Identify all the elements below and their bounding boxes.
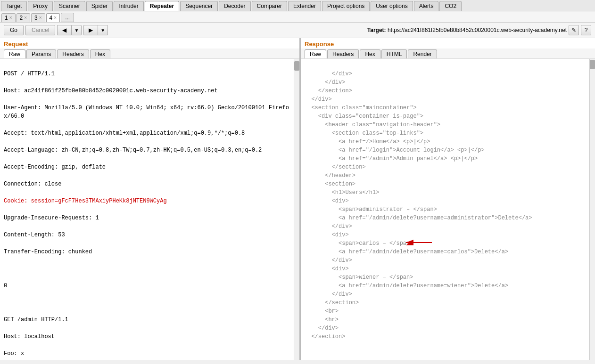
response-tab-bar: Raw Headers Hex HTML Render bbox=[301, 49, 595, 59]
response-tab-headers[interactable]: Headers bbox=[327, 49, 359, 58]
close-tab-4-icon[interactable]: × bbox=[54, 15, 57, 20]
forward-button[interactable]: ▶ bbox=[83, 25, 98, 35]
request-tab-bar: Raw Params Headers Hex bbox=[0, 49, 299, 59]
tab-project-options[interactable]: Project options bbox=[322, 1, 370, 11]
close-tab-2-icon[interactable]: × bbox=[24, 15, 27, 20]
request-tab-hex[interactable]: Hex bbox=[90, 49, 110, 58]
tab-intruder[interactable]: Intruder bbox=[114, 1, 143, 11]
tab-decoder[interactable]: Decoder bbox=[219, 1, 250, 11]
response-tab-html[interactable]: HTML bbox=[381, 49, 407, 58]
tab-target[interactable]: Target bbox=[1, 1, 27, 11]
tab-proxy[interactable]: Proxy bbox=[28, 1, 53, 11]
tab-spider[interactable]: Spider bbox=[86, 1, 113, 11]
response-tab-raw[interactable]: Raw bbox=[305, 49, 326, 58]
num-tab-1[interactable]: 1 × bbox=[1, 13, 16, 22]
edit-target-button[interactable]: ✎ bbox=[569, 25, 579, 35]
response-tab-render[interactable]: Render bbox=[408, 49, 437, 58]
close-tab-1-icon[interactable]: × bbox=[9, 15, 12, 20]
close-tab-3-icon[interactable]: × bbox=[39, 15, 42, 20]
forward-dropdown-button[interactable]: ▼ bbox=[98, 25, 108, 35]
request-title: Request bbox=[0, 38, 299, 49]
toolbar: Go Cancel ◀ ▼ ▶ ▼ Target: https://ac241f… bbox=[0, 23, 595, 38]
response-text-wrapper: </div> </div> </section> </div> <section… bbox=[301, 59, 595, 360]
back-button-group: ◀ ▼ bbox=[57, 25, 82, 35]
tab-scanner[interactable]: Scanner bbox=[54, 1, 85, 11]
tab-user-options[interactable]: User options bbox=[371, 1, 413, 11]
back-button[interactable]: ◀ bbox=[57, 25, 71, 35]
request-tab-raw[interactable]: Raw bbox=[4, 49, 25, 58]
tab-alerts[interactable]: Alerts bbox=[414, 1, 439, 11]
request-tab-params[interactable]: Params bbox=[26, 49, 56, 58]
top-tab-bar: Target Proxy Scanner Spider Intruder Rep… bbox=[0, 0, 595, 11]
request-text-wrapper: POST / HTTP/1.1 Host: ac241f861f25fb0e80… bbox=[0, 59, 299, 360]
target-url-display: Target: https://ac241f861f25fb0e80b8452c… bbox=[367, 27, 567, 33]
back-dropdown-button[interactable]: ▼ bbox=[71, 25, 82, 35]
response-title: Response bbox=[301, 38, 595, 49]
go-button[interactable]: Go bbox=[4, 25, 24, 35]
response-panel: Response Raw Headers Hex HTML Render </d… bbox=[301, 38, 595, 360]
response-text-content[interactable]: </div> </div> </section> </div> <section… bbox=[301, 59, 589, 360]
request-text-content[interactable]: POST / HTTP/1.1 Host: ac241f861f25fb0e80… bbox=[0, 59, 294, 360]
tab-comparer[interactable]: Comparer bbox=[252, 1, 287, 11]
forward-button-group: ▶ ▼ bbox=[83, 25, 108, 35]
cancel-button[interactable]: Cancel bbox=[25, 25, 55, 35]
request-panel: Request Raw Params Headers Hex POST / HT… bbox=[0, 38, 301, 360]
main-content: Request Raw Params Headers Hex POST / HT… bbox=[0, 38, 595, 360]
request-tab-headers[interactable]: Headers bbox=[57, 49, 89, 58]
tab-sequencer[interactable]: Sequencer bbox=[180, 1, 218, 11]
num-tab-4[interactable]: 4 × bbox=[46, 13, 60, 22]
response-tab-hex[interactable]: Hex bbox=[360, 49, 380, 58]
num-tab-bar: 1 × 2 × 3 × 4 × ... bbox=[0, 11, 595, 23]
tab-extender[interactable]: Extender bbox=[288, 1, 321, 11]
num-tab-2[interactable]: 2 × bbox=[17, 13, 31, 22]
tab-repeater[interactable]: Repeater bbox=[145, 1, 179, 11]
request-scrollbar[interactable] bbox=[294, 59, 299, 360]
target-url-value: https://ac241f861f25fb0e80b8452c0020001c… bbox=[388, 27, 567, 33]
help-button[interactable]: ? bbox=[581, 25, 591, 35]
num-tab-3[interactable]: 3 × bbox=[31, 13, 45, 22]
num-tab-ellipsis[interactable]: ... bbox=[61, 13, 74, 22]
response-scrollbar[interactable] bbox=[589, 59, 595, 360]
tab-co2[interactable]: CO2 bbox=[439, 1, 462, 11]
